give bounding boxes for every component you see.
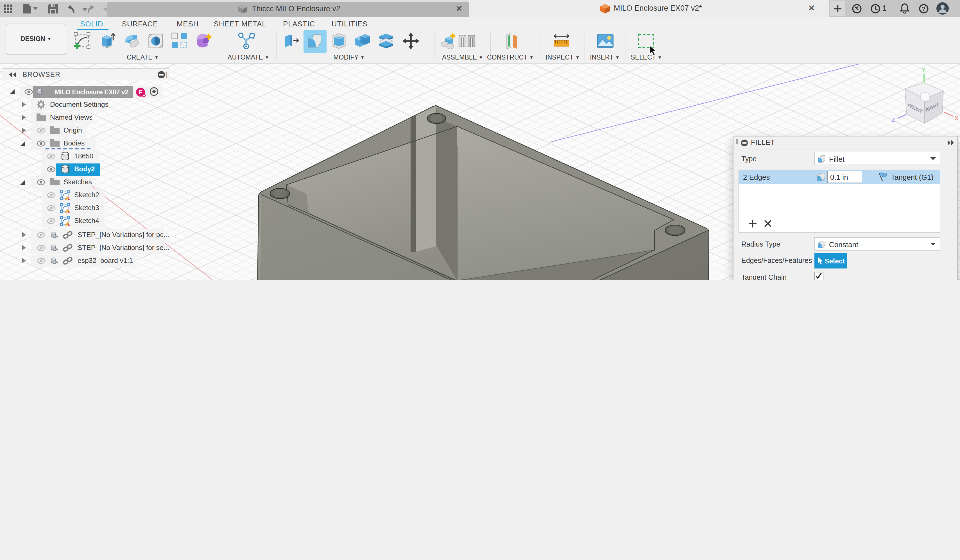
svg-text:X: X bbox=[954, 115, 958, 121]
svg-text:?: ? bbox=[922, 5, 925, 12]
svg-text:F: F bbox=[139, 88, 142, 96]
svg-text:Z: Z bbox=[891, 116, 895, 123]
svg-text:Y: Y bbox=[922, 66, 926, 73]
